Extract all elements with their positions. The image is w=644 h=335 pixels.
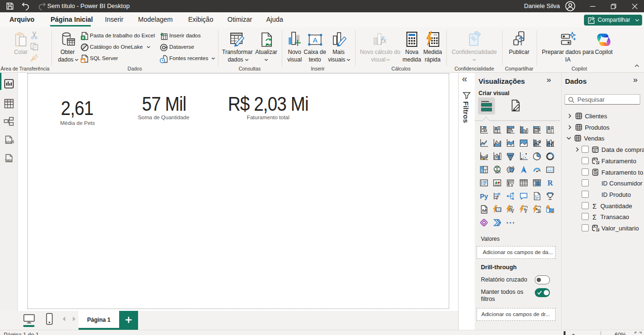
svg-text:fx: fx [381, 36, 387, 45]
svg-text:R: R [548, 179, 553, 187]
svg-text:Σ: Σ [596, 159, 599, 165]
svg-text:123: 123 [496, 208, 501, 212]
svg-text:Σ: Σ [596, 227, 599, 232]
svg-text:TMDL: TMDL [5, 159, 13, 162]
svg-text:123: 123 [548, 168, 553, 171]
svg-text:A: A [313, 36, 317, 44]
svg-text:DAX: DAX [6, 141, 12, 143]
svg-text:Py: Py [480, 193, 488, 200]
